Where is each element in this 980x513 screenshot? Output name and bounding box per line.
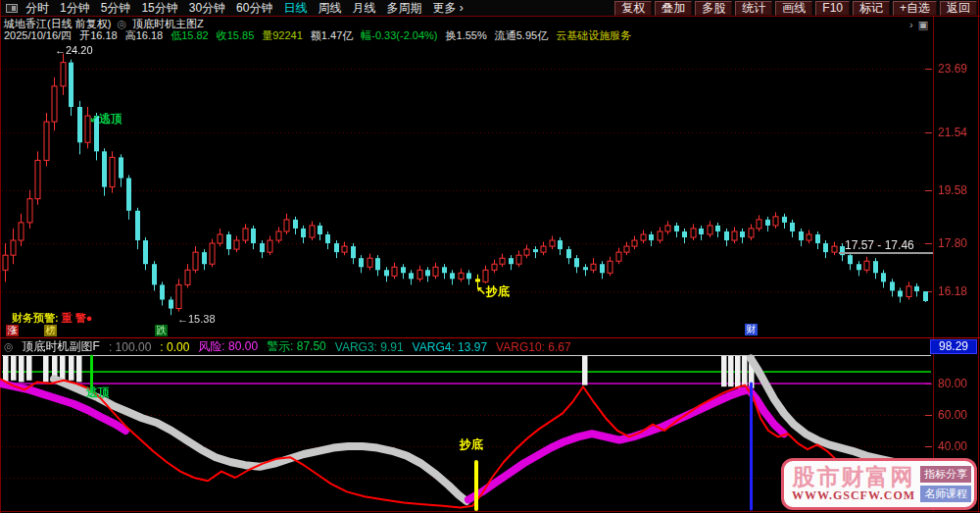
sub-header-field: VARG10: 6.67: [496, 340, 571, 354]
event-marker-涨[interactable]: 涨: [6, 325, 19, 336]
support-range-label: 17.57 - 17.46: [845, 238, 914, 252]
y-axis-label: 17.80: [938, 236, 979, 250]
finance-warning: 财务预警: 重 警●: [12, 311, 92, 326]
app-window: 分时1分钟5分钟15分钟30分钟60分钟日线周线月线多周期更多 › 复权叠加多股…: [0, 0, 980, 513]
escape-top-label: ↙逃顶: [89, 111, 122, 128]
sub-header-field: : 100.00: [109, 340, 151, 354]
y-axis-label: 23.69: [938, 62, 979, 76]
y-axis-label: 19.58: [938, 183, 979, 197]
sub-header-field: : 0.00: [160, 340, 189, 354]
event-marker-财[interactable]: 财: [745, 324, 758, 335]
sub-escape-top-label: 逃顶: [86, 385, 110, 401]
event-marker-榜[interactable]: 榜: [44, 325, 57, 336]
watermark-tags: 指标分享 名师课程: [920, 466, 971, 502]
y-axis-label: 80.00: [938, 377, 979, 390]
watermark: 股市财富网 WWW.GSCFW.COM 指标分享 名师课程: [781, 458, 977, 510]
peak-price-label: ←24.20: [55, 44, 93, 56]
sub-header-field: 风险: 80.00: [198, 338, 258, 355]
watermark-site-name: 股市财富网: [792, 465, 915, 488]
sub-header-field: VARG3: 9.91: [335, 340, 404, 354]
event-marker-跌[interactable]: 跌: [155, 325, 168, 336]
dip-buy-label: ↖抄底: [476, 283, 510, 300]
y-axis-label: 21.54: [938, 126, 979, 139]
sub-header-field: VARG4: 13.97: [413, 340, 488, 354]
current-value-badge: 98.29: [930, 339, 977, 354]
watermark-tag-courses: 名师课程: [920, 486, 971, 502]
chart-canvas[interactable]: [0, 0, 980, 513]
y-axis-label: 16.18: [938, 284, 979, 298]
finance-warning-label: 财务预警:: [12, 312, 59, 324]
watermark-site: 股市财富网 WWW.GSCFW.COM: [792, 465, 915, 503]
sub-indicator-name: 顶底时机副图F: [23, 338, 100, 355]
watermark-site-url: WWW.GSCFW.COM: [792, 488, 915, 503]
y-axis-label: 60.00: [938, 408, 979, 422]
sub-indicator-header: ◎ 顶底时机副图F : 100.00: 0.00风险: 80.00警示: 87.…: [4, 340, 571, 353]
sub-dip-buy-label: 抄底: [460, 436, 483, 453]
low-price-label: ←15.38: [177, 313, 216, 325]
watermark-tag-indicators: 指标分享: [920, 466, 971, 483]
finance-warning-value: 重 警●: [62, 312, 93, 324]
collapse-icon[interactable]: ◎: [4, 340, 14, 353]
sub-header-field: 警示: 87.50: [267, 338, 326, 355]
y-axis-label: 40.00: [938, 439, 979, 453]
